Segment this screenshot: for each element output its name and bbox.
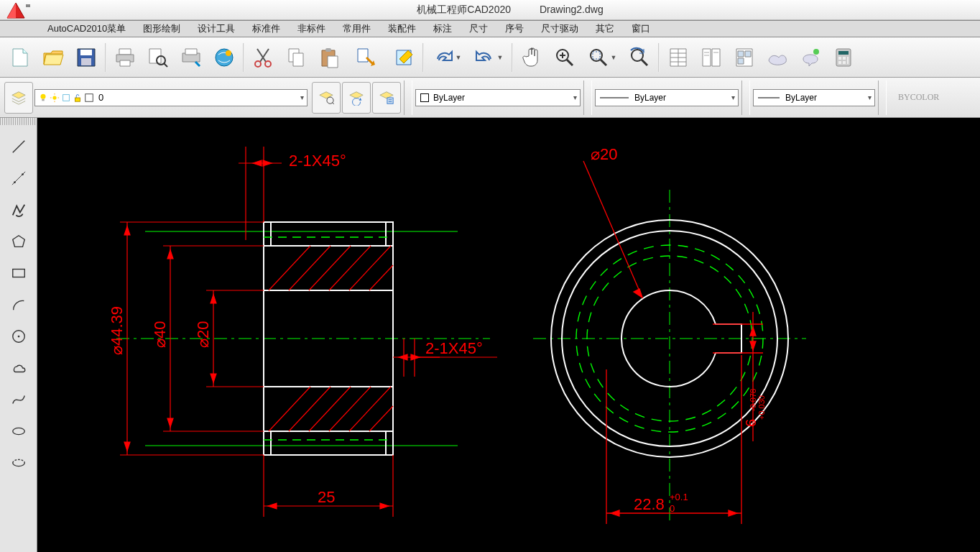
menu-dimension[interactable]: 尺寸	[465, 21, 492, 37]
color-dropdown[interactable]: ByLayer ▾	[415, 89, 581, 106]
construction-line-icon[interactable]	[3, 162, 34, 194]
svg-point-80	[12, 428, 24, 434]
svg-marker-115	[399, 354, 407, 360]
svg-line-100	[369, 265, 393, 290]
menu-nonstd[interactable]: 非标件	[293, 21, 330, 37]
quickcalc-icon[interactable]	[828, 42, 859, 73]
svg-rect-30	[593, 52, 600, 59]
print-icon[interactable]	[109, 42, 141, 73]
plot-icon[interactable]	[175, 42, 207, 73]
svg-rect-63	[75, 98, 80, 101]
redo-icon[interactable]: ▼	[427, 42, 467, 73]
polygon-icon[interactable]	[3, 226, 34, 257]
menu-serial[interactable]: 序号	[501, 21, 528, 37]
left-view: 2-1X45° 2-1X45° ⌀44.39 ⌀40 ⌀20 25	[108, 147, 497, 517]
menu-assembly[interactable]: 装配件	[384, 21, 420, 37]
drawing-canvas[interactable]: 2-1X45° 2-1X45° ⌀44.39 ⌀40 ⌀20 25	[37, 118, 980, 552]
svg-marker-150	[729, 510, 737, 516]
layer-iso-icon[interactable]	[372, 82, 401, 114]
line-icon[interactable]	[3, 131, 34, 162]
svg-rect-77	[12, 270, 24, 277]
svg-line-106	[369, 406, 393, 431]
svg-point-57	[52, 96, 56, 99]
new-icon[interactable]	[4, 42, 36, 73]
svg-point-12	[226, 50, 231, 56]
menu-common[interactable]: 常用件	[338, 21, 375, 37]
block-editor-icon[interactable]	[388, 42, 420, 73]
menu-dimdrive[interactable]: 尺寸驱动	[537, 21, 583, 37]
svg-marker-122	[124, 442, 130, 451]
markup-icon[interactable]	[795, 42, 826, 73]
svg-line-25	[567, 60, 573, 65]
svg-line-96	[289, 246, 330, 290]
properties-icon[interactable]	[662, 42, 694, 73]
open-icon[interactable]	[37, 42, 69, 73]
copy-icon[interactable]	[280, 42, 312, 73]
menu-autocad2010[interactable]: AutoCAD2010菜单	[43, 21, 130, 37]
layer-manager-icon[interactable]	[4, 82, 33, 114]
circle-icon[interactable]	[3, 321, 34, 352]
paste-icon[interactable]	[313, 42, 345, 73]
match-properties-icon[interactable]	[346, 42, 387, 73]
svg-line-104	[329, 387, 371, 431]
zoom-realtime-icon[interactable]	[549, 42, 581, 73]
svg-rect-53	[838, 61, 841, 64]
svg-marker-145	[634, 289, 642, 298]
zoom-previous-icon[interactable]	[624, 42, 655, 73]
svg-rect-22	[358, 49, 368, 62]
svg-point-28	[591, 50, 602, 61]
svg-marker-149	[611, 510, 619, 516]
save-icon[interactable]	[70, 42, 102, 73]
menu-design[interactable]: 设计工具	[193, 21, 239, 37]
menu-annotate[interactable]: 标注	[429, 21, 456, 37]
publish-icon[interactable]	[208, 42, 240, 73]
layer-states-icon[interactable]	[312, 82, 341, 114]
app-title: 机械工程师CAD2020	[417, 4, 511, 17]
tool-palettes-icon[interactable]	[729, 42, 760, 73]
svg-rect-67	[387, 98, 393, 104]
svg-marker-136	[268, 503, 277, 509]
rectangle-icon[interactable]	[3, 257, 34, 289]
svg-marker-137	[380, 503, 389, 509]
chevron-down-icon: ▾	[300, 93, 304, 101]
dim-length: 25	[318, 488, 335, 506]
ellipse-arc-icon[interactable]	[3, 447, 34, 479]
menu-other[interactable]: 其它	[591, 21, 619, 37]
layer-dropdown[interactable]: 0 ▾	[34, 89, 308, 106]
svg-rect-54	[843, 61, 846, 64]
menu-window[interactable]: 窗口	[627, 21, 655, 37]
svg-line-102	[289, 387, 330, 431]
svg-rect-45	[745, 51, 751, 57]
dim-key-sub: -0.078	[749, 389, 757, 411]
dim-right-dia: ⌀20	[591, 145, 617, 163]
svg-marker-154	[750, 327, 756, 336]
app-logo[interactable]	[3, 1, 37, 19]
polyline-icon[interactable]	[3, 194, 34, 226]
svg-point-15	[255, 61, 261, 67]
pan-icon[interactable]	[516, 42, 547, 73]
menu-stdparts[interactable]: 标准件	[248, 21, 285, 37]
zoom-window-icon[interactable]: ▼	[582, 42, 622, 73]
svg-rect-44	[738, 51, 744, 57]
design-center-icon[interactable]	[762, 42, 793, 73]
svg-rect-49	[838, 51, 849, 55]
title-bar: 机械工程师CAD2020 Drawing2.dwg	[0, 0, 980, 20]
lock-open-icon	[73, 93, 83, 103]
print-preview-icon[interactable]	[142, 42, 174, 73]
dim-key-sup: +0.030	[757, 395, 766, 420]
toolbar-grip[interactable]	[0, 118, 37, 125]
lineweight-dropdown[interactable]: ByLayer ▾	[753, 89, 875, 106]
spline-icon[interactable]	[3, 384, 34, 415]
menu-draw[interactable]: 图形绘制	[139, 21, 185, 37]
linetype-value: ByLayer	[634, 93, 666, 103]
color-swatch	[420, 93, 429, 102]
ellipse-icon[interactable]	[3, 415, 34, 447]
layer-previous-icon[interactable]	[342, 82, 371, 114]
revcloud-icon[interactable]	[3, 352, 34, 384]
cut-icon[interactable]	[247, 42, 279, 73]
sheet-set-icon[interactable]	[695, 42, 727, 73]
linetype-dropdown[interactable]: ByLayer ▾	[595, 89, 739, 106]
arc-icon[interactable]	[3, 289, 34, 321]
undo-icon[interactable]: ▼	[468, 42, 509, 73]
svg-rect-5	[120, 60, 130, 66]
